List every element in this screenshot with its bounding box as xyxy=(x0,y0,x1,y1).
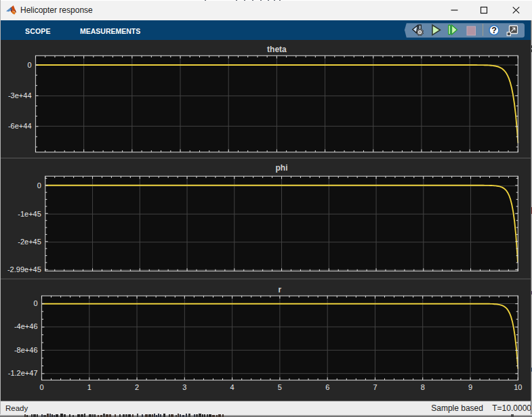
svg-text:4: 4 xyxy=(230,383,234,391)
svg-text:3: 3 xyxy=(182,383,186,391)
svg-text:0: 0 xyxy=(33,299,37,307)
svg-text:-6e+44: -6e+44 xyxy=(8,122,32,130)
svg-text:2: 2 xyxy=(135,383,139,391)
svg-text:theta: theta xyxy=(267,45,287,54)
svg-text:0: 0 xyxy=(39,383,43,391)
svg-text:-8e+46: -8e+46 xyxy=(14,346,38,354)
svg-text:-2.99e+45: -2.99e+45 xyxy=(7,265,41,273)
svg-text:0: 0 xyxy=(37,181,41,190)
svg-text:9: 9 xyxy=(468,383,472,391)
svg-text:-3e+44: -3e+44 xyxy=(8,91,32,100)
svg-text:6: 6 xyxy=(325,383,329,391)
svg-text:r: r xyxy=(279,285,282,294)
svg-text:phi: phi xyxy=(276,163,288,173)
svg-text:-1e+45: -1e+45 xyxy=(18,210,41,218)
svg-text:7: 7 xyxy=(373,383,377,391)
svg-text:1: 1 xyxy=(87,383,91,391)
svg-text:0: 0 xyxy=(27,61,31,69)
svg-text:-1.2e+47: -1.2e+47 xyxy=(8,369,38,377)
svg-text:-2e+45: -2e+45 xyxy=(18,238,41,246)
svg-text:5: 5 xyxy=(278,383,282,391)
svg-text:10: 10 xyxy=(514,383,522,391)
svg-text:-4e+46: -4e+46 xyxy=(14,322,38,330)
svg-text:?: ? xyxy=(491,26,497,35)
svg-text:8: 8 xyxy=(421,383,425,391)
